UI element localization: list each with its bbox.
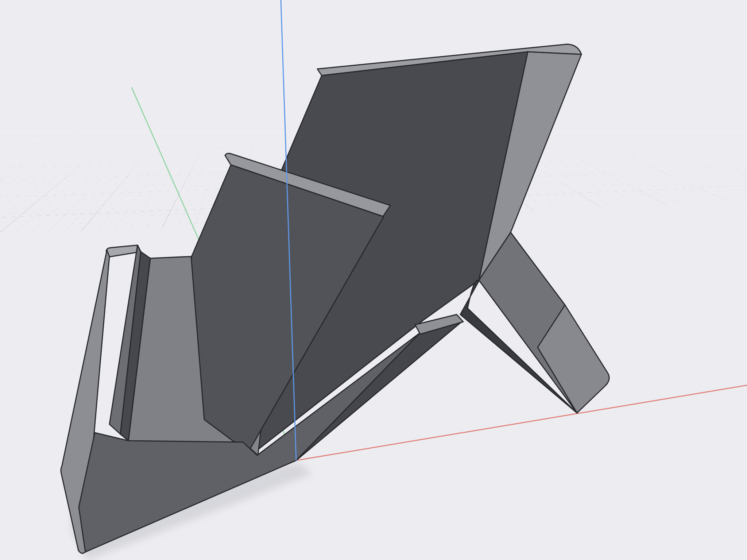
stand-model[interactable] bbox=[61, 44, 609, 553]
scene-canvas[interactable] bbox=[0, 0, 747, 560]
3d-viewport[interactable] bbox=[0, 0, 747, 560]
